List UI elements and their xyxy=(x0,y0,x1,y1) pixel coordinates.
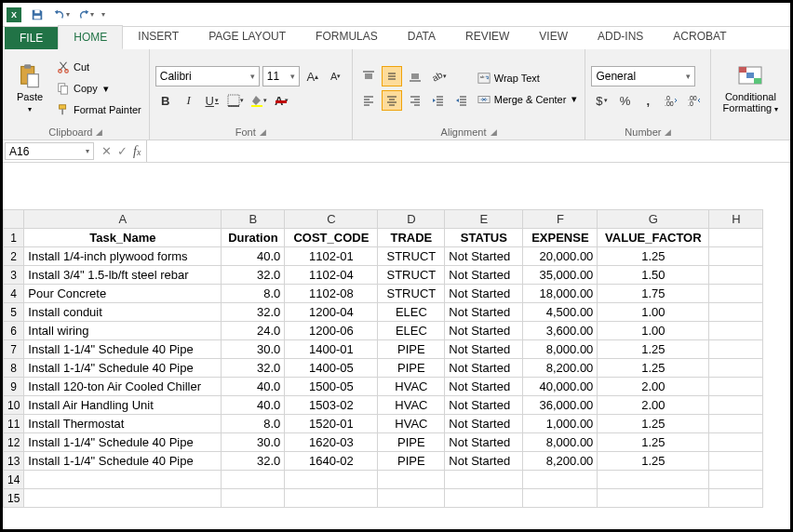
conditional-formatting-button[interactable]: ConditionalFormatting ▾ xyxy=(717,52,784,125)
row-header-15[interactable]: 15 xyxy=(4,489,24,508)
cell-header[interactable]: Task_Name xyxy=(24,229,222,247)
cell[interactable]: HVAC xyxy=(378,415,445,433)
cell[interactable]: Not Started xyxy=(445,396,523,415)
formula-input[interactable] xyxy=(146,140,790,162)
col-header-D[interactable]: D xyxy=(378,210,445,229)
orientation-button[interactable]: ab▾ xyxy=(428,66,449,86)
cell[interactable]: PIPE xyxy=(378,452,445,471)
cell[interactable]: 1102-08 xyxy=(285,285,378,303)
cell[interactable]: 8.0 xyxy=(222,415,285,433)
cell[interactable]: 40.0 xyxy=(222,378,285,396)
cell[interactable]: 1500-05 xyxy=(285,378,378,396)
cell[interactable]: HVAC xyxy=(378,378,445,396)
font-size-select[interactable]: 11 xyxy=(262,66,300,86)
align-bottom-button[interactable] xyxy=(405,66,425,86)
cell[interactable]: Install 1-1/4" Schedule 40 Pipe xyxy=(24,452,222,471)
cell[interactable] xyxy=(285,471,378,489)
cell[interactable] xyxy=(222,471,285,489)
wrap-text-button[interactable]: ab Wrap Text xyxy=(476,69,580,87)
cell[interactable]: PIPE xyxy=(378,340,445,359)
font-color-button[interactable]: A▾ xyxy=(272,90,292,111)
cell-header[interactable]: VALUE_FACTOR xyxy=(598,229,709,247)
cell[interactable]: Not Started xyxy=(445,378,523,396)
fill-color-button[interactable]: ▾ xyxy=(249,90,269,111)
cell[interactable]: 1.25 xyxy=(598,433,709,452)
cell[interactable]: 2.00 xyxy=(598,378,709,396)
cell[interactable]: 8.0 xyxy=(222,285,285,303)
cell[interactable] xyxy=(523,489,598,508)
cell[interactable]: Install 1-1/4" Schedule 40 Pipe xyxy=(24,340,222,359)
cell[interactable] xyxy=(709,452,763,471)
align-right-button[interactable] xyxy=(405,90,425,111)
cell[interactable]: 8,200.00 xyxy=(523,452,598,471)
cell[interactable] xyxy=(709,489,763,508)
cell[interactable]: Not Started xyxy=(445,433,523,452)
cell[interactable]: Pour Concrete xyxy=(24,285,222,303)
border-button[interactable]: ▾ xyxy=(225,90,246,111)
cell[interactable]: 1.00 xyxy=(598,322,709,340)
cancel-formula-icon[interactable]: ✕ xyxy=(101,144,112,158)
bold-button[interactable]: B xyxy=(155,90,176,111)
cell[interactable] xyxy=(523,471,598,489)
tab-add-ins[interactable]: ADD-INS xyxy=(583,25,658,49)
cell[interactable]: 1102-01 xyxy=(285,247,378,266)
tab-formulas[interactable]: FORMULAS xyxy=(301,25,393,49)
cell[interactable]: 30.0 xyxy=(222,340,285,359)
cell[interactable]: 32.0 xyxy=(222,303,285,322)
cell[interactable]: 40,000.00 xyxy=(523,378,598,396)
cell[interactable]: Not Started xyxy=(445,359,523,378)
row-header-8[interactable]: 8 xyxy=(4,359,24,378)
cell[interactable]: 1.25 xyxy=(598,452,709,471)
row-header-9[interactable]: 9 xyxy=(4,378,24,396)
cell[interactable]: STRUCT xyxy=(378,285,445,303)
cell[interactable]: Not Started xyxy=(445,452,523,471)
row-header-14[interactable]: 14 xyxy=(4,471,24,489)
cell[interactable]: 1400-05 xyxy=(285,359,378,378)
cell[interactable]: Not Started xyxy=(445,415,523,433)
cell[interactable]: 1102-04 xyxy=(285,266,378,285)
comma-button[interactable]: , xyxy=(638,90,658,111)
alignment-dialog-icon[interactable]: ◢ xyxy=(491,127,497,137)
row-header-7[interactable]: 7 xyxy=(4,340,24,359)
number-dialog-icon[interactable]: ◢ xyxy=(665,127,671,137)
cell[interactable] xyxy=(709,433,763,452)
tab-acrobat[interactable]: ACROBAT xyxy=(658,25,741,49)
align-center-button[interactable] xyxy=(382,90,402,111)
cell[interactable]: Not Started xyxy=(445,322,523,340)
col-header-H[interactable]: H xyxy=(709,210,763,229)
cell[interactable]: Not Started xyxy=(445,340,523,359)
row-header-2[interactable]: 2 xyxy=(4,247,24,266)
cell[interactable]: Install Air Handling Unit xyxy=(24,396,222,415)
cell[interactable]: Not Started xyxy=(445,266,523,285)
cell[interactable]: Install Thermostat xyxy=(24,415,222,433)
accept-formula-icon[interactable]: ✓ xyxy=(117,144,128,158)
cell[interactable]: 1520-01 xyxy=(285,415,378,433)
cell[interactable] xyxy=(378,471,445,489)
undo-button[interactable]: ▾ xyxy=(53,7,70,23)
cell[interactable] xyxy=(709,285,763,303)
decrease-indent-button[interactable] xyxy=(428,90,449,111)
format-painter-button[interactable]: Format Painter xyxy=(55,100,143,119)
align-left-button[interactable] xyxy=(358,90,379,111)
cell[interactable]: Not Started xyxy=(445,247,523,266)
tab-review[interactable]: REVIEW xyxy=(450,25,524,49)
cell[interactable] xyxy=(709,322,763,340)
align-top-button[interactable] xyxy=(358,66,379,86)
currency-button[interactable]: $▾ xyxy=(591,90,612,111)
cell[interactable]: 24.0 xyxy=(222,322,285,340)
col-header-F[interactable]: F xyxy=(523,210,598,229)
row-header-13[interactable]: 13 xyxy=(4,452,24,471)
cut-button[interactable]: Cut xyxy=(55,58,143,76)
cell[interactable]: Install 1-1/4" Schedule 40 Pipe xyxy=(24,433,222,452)
row-header-10[interactable]: 10 xyxy=(4,396,24,415)
number-format-select[interactable]: General xyxy=(591,66,695,86)
cell[interactable]: PIPE xyxy=(378,359,445,378)
name-box[interactable]: A16 xyxy=(5,142,94,160)
cell[interactable]: Install 1/4-inch plywood forms xyxy=(24,247,222,266)
cell[interactable] xyxy=(24,489,222,508)
cell[interactable]: 1.75 xyxy=(598,285,709,303)
cell[interactable]: 1200-06 xyxy=(285,322,378,340)
cell[interactable]: 1.00 xyxy=(598,303,709,322)
col-header-C[interactable]: C xyxy=(285,210,378,229)
cell[interactable]: 18,000.00 xyxy=(523,285,598,303)
